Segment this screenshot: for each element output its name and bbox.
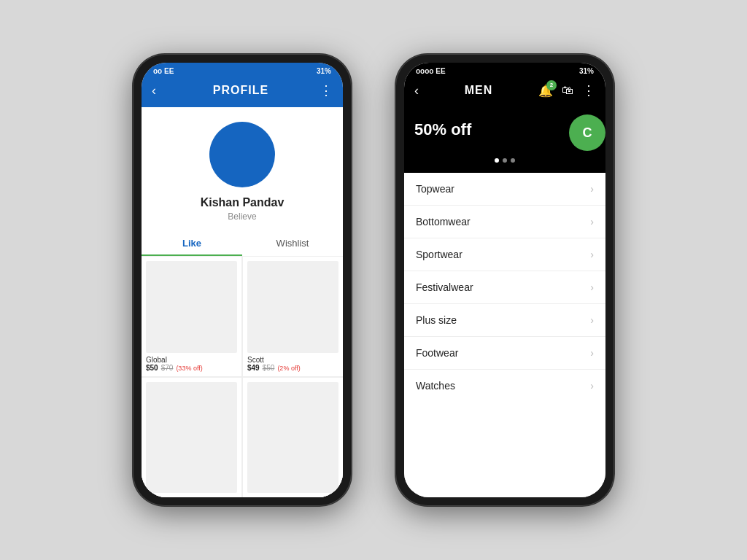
category-name-watches: Watches	[416, 380, 455, 392]
product-price-row-0: $50 $70 (33% off)	[146, 364, 237, 372]
category-item-footwear[interactable]: Footwear ›	[404, 337, 605, 370]
chevron-right-icon-plussize: ›	[590, 314, 594, 326]
cart-icon[interactable]: 🛍	[562, 84, 573, 97]
category-item-sportwear[interactable]: Sportwear ›	[404, 238, 605, 271]
chevron-right-icon-topwear: ›	[590, 183, 594, 195]
profile-bio: Believe	[228, 211, 256, 222]
banner-offer: 50% off	[414, 120, 471, 139]
product-price-row-1: $49 $50 (2% off)	[247, 364, 338, 372]
product-original-price-0: $70	[161, 364, 174, 372]
men-phone-frame: oooo EE 31% ‹ MEN 🔔 2 🛍 ⋮	[395, 54, 614, 506]
profile-phone-screen: oo EE 31% ‹ PROFILE ⋮ Kishan Pandav Beli…	[142, 63, 343, 497]
product-card-3[interactable]	[243, 378, 343, 497]
profile-tabs: Like Wishlist	[142, 232, 343, 257]
chevron-right-icon-sportwear: ›	[590, 249, 594, 260]
notification-bell-wrap[interactable]: 🔔 2	[538, 84, 553, 98]
banner-dot-3[interactable]	[511, 158, 515, 163]
profile-title: PROFILE	[162, 84, 320, 97]
category-item-topwear[interactable]: Topwear ›	[404, 173, 605, 206]
avatar	[209, 122, 275, 187]
category-name-bottomwear: Bottomwear	[416, 216, 471, 228]
product-card-0[interactable]: Global $50 $70 (33% off)	[142, 257, 241, 376]
product-image-2	[146, 382, 237, 493]
profile-back-button[interactable]: ‹	[152, 83, 156, 98]
product-image-1	[247, 261, 338, 353]
chevron-right-icon-footwear: ›	[590, 347, 594, 359]
profile-battery: 31%	[317, 67, 331, 75]
profile-body: Kishan Pandav Believe Like Wishlist Glob…	[142, 107, 343, 497]
tab-like[interactable]: Like	[142, 232, 242, 256]
men-header: ‹ MEN 🔔 2 🛍 ⋮	[404, 78, 605, 107]
notification-badge: 2	[546, 80, 557, 90]
category-name-footwear: Footwear	[416, 347, 458, 359]
green-circle-button[interactable]: C	[569, 114, 605, 151]
men-title: MEN	[419, 84, 538, 97]
banner-dot-2[interactable]	[503, 158, 507, 163]
profile-phone-frame: oo EE 31% ‹ PROFILE ⋮ Kishan Pandav Beli…	[133, 54, 352, 506]
profile-screen: oo EE 31% ‹ PROFILE ⋮ Kishan Pandav Beli…	[142, 63, 343, 497]
category-name-sportwear: Sportwear	[416, 249, 462, 260]
chevron-right-icon-watches: ›	[590, 380, 594, 392]
men-battery: 31%	[579, 67, 594, 75]
banner-dot-1[interactable]	[495, 158, 499, 163]
category-name-festivalwear: Festivalwear	[416, 281, 473, 293]
category-item-watches[interactable]: Watches ›	[404, 370, 605, 402]
men-header-icons: 🔔 2 🛍 ⋮	[538, 82, 595, 98]
profile-menu-button[interactable]: ⋮	[320, 82, 333, 98]
men-screen: oooo EE 31% ‹ MEN 🔔 2 🛍 ⋮	[404, 63, 605, 497]
page-wrapper: oo EE 31% ‹ PROFILE ⋮ Kishan Pandav Beli…	[0, 0, 747, 560]
product-original-price-1: $50	[263, 364, 275, 372]
profile-carrier: oo EE	[153, 67, 174, 75]
chevron-right-icon-festivalwear: ›	[590, 281, 594, 293]
product-brand-1: Scott	[247, 356, 338, 364]
product-image-3	[247, 382, 338, 493]
profile-name: Kishan Pandav	[201, 196, 285, 209]
product-card-1[interactable]: Scott $49 $50 (2% off)	[243, 257, 343, 376]
product-brand-0: Global	[146, 356, 237, 364]
category-item-plussize[interactable]: Plus size ›	[404, 304, 605, 337]
product-discount-1: (2% off)	[277, 365, 300, 372]
category-item-bottomwear[interactable]: Bottomwear ›	[404, 206, 605, 238]
men-menu-button[interactable]: ⋮	[582, 82, 595, 98]
product-price-0: $50	[146, 364, 158, 372]
category-name-topwear: Topwear	[416, 183, 454, 195]
men-phone-screen: oooo EE 31% ‹ MEN 🔔 2 🛍 ⋮	[404, 63, 605, 497]
product-card-2[interactable]	[142, 378, 241, 497]
profile-header: ‹ PROFILE ⋮	[142, 78, 343, 107]
category-list: Topwear › Bottomwear › Sportwear › Festi…	[404, 173, 605, 497]
banner-dots	[495, 158, 515, 163]
tab-wishlist[interactable]: Wishlist	[242, 232, 343, 256]
product-discount-0: (33% off)	[176, 365, 202, 372]
product-grid: Global $50 $70 (33% off) Scott $49	[142, 257, 343, 497]
category-item-festivalwear[interactable]: Festivalwear ›	[404, 271, 605, 304]
banner-section: 50% off C	[404, 107, 605, 173]
product-price-1: $49	[247, 364, 260, 372]
category-name-plussize: Plus size	[416, 314, 457, 326]
chevron-right-icon-bottomwear: ›	[590, 216, 594, 228]
men-status-bar: oooo EE 31%	[404, 63, 605, 78]
product-image-0	[146, 261, 237, 353]
profile-status-bar: oo EE 31%	[142, 63, 343, 78]
men-carrier: oooo EE	[416, 67, 446, 75]
